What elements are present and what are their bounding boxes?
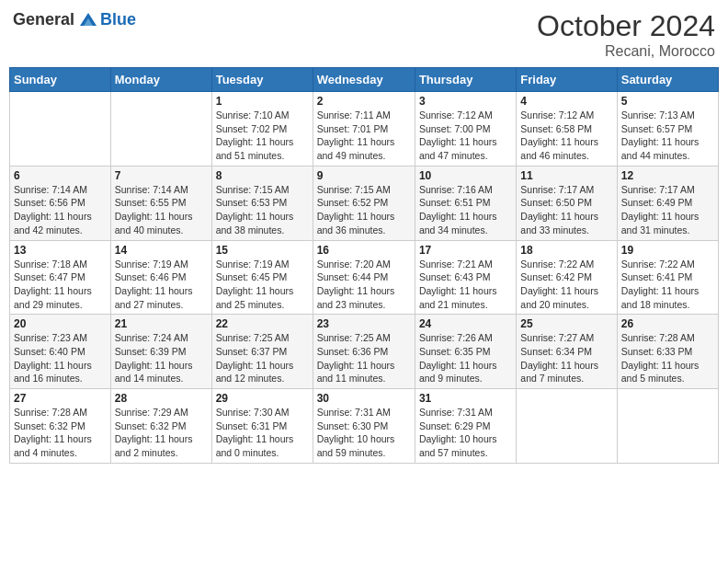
day-info: Sunrise: 7:21 AM Sunset: 6:43 PM Dayligh… [419, 258, 512, 312]
day-number: 26 [621, 317, 714, 330]
calendar-cell [10, 92, 111, 167]
logo-icon [78, 9, 98, 29]
day-info: Sunrise: 7:26 AM Sunset: 6:35 PM Dayligh… [419, 331, 512, 385]
day-number: 10 [419, 169, 512, 182]
calendar-cell: 27Sunrise: 7:28 AM Sunset: 6:32 PM Dayli… [10, 389, 111, 464]
calendar-table: SundayMondayTuesdayWednesdayThursdayFrid… [9, 67, 719, 464]
page-header: General Blue October 2024 Recani, Morocc… [9, 9, 719, 60]
calendar-cell: 11Sunrise: 7:17 AM Sunset: 6:50 PM Dayli… [517, 166, 617, 240]
day-info: Sunrise: 7:19 AM Sunset: 6:45 PM Dayligh… [216, 258, 309, 312]
calendar-cell: 15Sunrise: 7:19 AM Sunset: 6:45 PM Dayli… [211, 240, 313, 315]
calendar-week-row: 1Sunrise: 7:10 AM Sunset: 7:02 PM Daylig… [10, 92, 719, 167]
calendar-cell: 22Sunrise: 7:25 AM Sunset: 6:37 PM Dayli… [211, 315, 313, 389]
calendar-cell: 18Sunrise: 7:22 AM Sunset: 6:42 PM Dayli… [517, 240, 617, 315]
calendar-cell: 7Sunrise: 7:14 AM Sunset: 6:55 PM Daylig… [110, 166, 211, 240]
calendar-cell: 28Sunrise: 7:29 AM Sunset: 6:32 PM Dayli… [110, 389, 211, 464]
day-number: 29 [216, 392, 309, 405]
calendar-cell: 9Sunrise: 7:15 AM Sunset: 6:52 PM Daylig… [313, 166, 415, 240]
day-number: 18 [520, 244, 612, 257]
logo: General Blue [13, 9, 136, 29]
day-number: 15 [216, 244, 309, 257]
day-number: 12 [621, 169, 714, 182]
day-info: Sunrise: 7:14 AM Sunset: 6:56 PM Dayligh… [14, 183, 107, 237]
day-number: 24 [419, 317, 512, 330]
day-header-saturday: Saturday [617, 68, 718, 92]
calendar-cell: 19Sunrise: 7:22 AM Sunset: 6:41 PM Dayli… [617, 240, 718, 315]
calendar-cell: 16Sunrise: 7:20 AM Sunset: 6:44 PM Dayli… [313, 240, 415, 315]
calendar-cell: 21Sunrise: 7:24 AM Sunset: 6:39 PM Dayli… [110, 315, 211, 389]
day-number: 16 [317, 244, 411, 257]
day-number: 28 [115, 392, 208, 405]
calendar-cell [617, 389, 718, 464]
day-info: Sunrise: 7:23 AM Sunset: 6:40 PM Dayligh… [14, 331, 107, 385]
day-number: 9 [317, 169, 411, 182]
month-title: October 2024 [537, 9, 715, 43]
logo-general: General [13, 10, 74, 29]
title-block: October 2024 Recani, Morocco [537, 9, 715, 60]
calendar-week-row: 6Sunrise: 7:14 AM Sunset: 6:56 PM Daylig… [10, 166, 719, 240]
calendar-cell [517, 389, 617, 464]
day-info: Sunrise: 7:24 AM Sunset: 6:39 PM Dayligh… [115, 331, 208, 385]
calendar-cell: 2Sunrise: 7:11 AM Sunset: 7:01 PM Daylig… [313, 92, 415, 167]
calendar-cell: 23Sunrise: 7:25 AM Sunset: 6:36 PM Dayli… [313, 315, 415, 389]
day-info: Sunrise: 7:31 AM Sunset: 6:29 PM Dayligh… [419, 406, 512, 460]
day-header-wednesday: Wednesday [313, 68, 415, 92]
calendar-cell: 8Sunrise: 7:15 AM Sunset: 6:53 PM Daylig… [211, 166, 313, 240]
day-number: 7 [115, 169, 208, 182]
day-number: 14 [115, 244, 208, 257]
calendar-cell: 1Sunrise: 7:10 AM Sunset: 7:02 PM Daylig… [211, 92, 313, 167]
calendar-cell: 30Sunrise: 7:31 AM Sunset: 6:30 PM Dayli… [313, 389, 415, 464]
day-info: Sunrise: 7:29 AM Sunset: 6:32 PM Dayligh… [115, 406, 208, 460]
day-info: Sunrise: 7:20 AM Sunset: 6:44 PM Dayligh… [317, 258, 411, 312]
day-info: Sunrise: 7:12 AM Sunset: 6:58 PM Dayligh… [520, 109, 612, 163]
day-number: 27 [14, 392, 107, 405]
logo-blue: Blue [100, 10, 136, 29]
calendar-cell: 31Sunrise: 7:31 AM Sunset: 6:29 PM Dayli… [415, 389, 516, 464]
day-info: Sunrise: 7:15 AM Sunset: 6:52 PM Dayligh… [317, 183, 411, 237]
calendar-cell: 6Sunrise: 7:14 AM Sunset: 6:56 PM Daylig… [10, 166, 111, 240]
day-info: Sunrise: 7:22 AM Sunset: 6:41 PM Dayligh… [621, 258, 714, 312]
day-info: Sunrise: 7:27 AM Sunset: 6:34 PM Dayligh… [520, 331, 612, 385]
day-header-friday: Friday [517, 68, 617, 92]
calendar-cell: 3Sunrise: 7:12 AM Sunset: 7:00 PM Daylig… [415, 92, 516, 167]
day-info: Sunrise: 7:11 AM Sunset: 7:01 PM Dayligh… [317, 109, 411, 163]
calendar-week-row: 20Sunrise: 7:23 AM Sunset: 6:40 PM Dayli… [10, 315, 719, 389]
calendar-cell: 13Sunrise: 7:18 AM Sunset: 6:47 PM Dayli… [10, 240, 111, 315]
day-info: Sunrise: 7:19 AM Sunset: 6:46 PM Dayligh… [115, 258, 208, 312]
day-info: Sunrise: 7:12 AM Sunset: 7:00 PM Dayligh… [419, 109, 512, 163]
day-info: Sunrise: 7:17 AM Sunset: 6:49 PM Dayligh… [621, 183, 714, 237]
calendar-week-row: 27Sunrise: 7:28 AM Sunset: 6:32 PM Dayli… [10, 389, 719, 464]
day-number: 20 [14, 317, 107, 330]
day-info: Sunrise: 7:16 AM Sunset: 6:51 PM Dayligh… [419, 183, 512, 237]
calendar-cell: 10Sunrise: 7:16 AM Sunset: 6:51 PM Dayli… [415, 166, 516, 240]
day-header-tuesday: Tuesday [211, 68, 313, 92]
day-info: Sunrise: 7:31 AM Sunset: 6:30 PM Dayligh… [317, 406, 411, 460]
calendar-week-row: 13Sunrise: 7:18 AM Sunset: 6:47 PM Dayli… [10, 240, 719, 315]
calendar-cell: 4Sunrise: 7:12 AM Sunset: 6:58 PM Daylig… [517, 92, 617, 167]
day-info: Sunrise: 7:22 AM Sunset: 6:42 PM Dayligh… [520, 258, 612, 312]
day-number: 6 [14, 169, 107, 182]
calendar-cell: 12Sunrise: 7:17 AM Sunset: 6:49 PM Dayli… [617, 166, 718, 240]
day-info: Sunrise: 7:17 AM Sunset: 6:50 PM Dayligh… [520, 183, 612, 237]
day-header-thursday: Thursday [415, 68, 516, 92]
day-number: 13 [14, 244, 107, 257]
day-number: 1 [216, 95, 309, 108]
day-number: 23 [317, 317, 411, 330]
day-number: 19 [621, 244, 714, 257]
day-number: 11 [520, 169, 612, 182]
calendar-cell: 25Sunrise: 7:27 AM Sunset: 6:34 PM Dayli… [517, 315, 617, 389]
day-number: 25 [520, 317, 612, 330]
day-info: Sunrise: 7:14 AM Sunset: 6:55 PM Dayligh… [115, 183, 208, 237]
day-info: Sunrise: 7:25 AM Sunset: 6:36 PM Dayligh… [317, 331, 411, 385]
day-info: Sunrise: 7:25 AM Sunset: 6:37 PM Dayligh… [216, 331, 309, 385]
day-number: 17 [419, 244, 512, 257]
day-info: Sunrise: 7:18 AM Sunset: 6:47 PM Dayligh… [14, 258, 107, 312]
calendar-cell: 26Sunrise: 7:28 AM Sunset: 6:33 PM Dayli… [617, 315, 718, 389]
day-number: 5 [621, 95, 714, 108]
day-header-sunday: Sunday [10, 68, 111, 92]
calendar-cell: 20Sunrise: 7:23 AM Sunset: 6:40 PM Dayli… [10, 315, 111, 389]
day-number: 4 [520, 95, 612, 108]
day-header-monday: Monday [110, 68, 211, 92]
day-number: 30 [317, 392, 411, 405]
calendar-cell: 24Sunrise: 7:26 AM Sunset: 6:35 PM Dayli… [415, 315, 516, 389]
